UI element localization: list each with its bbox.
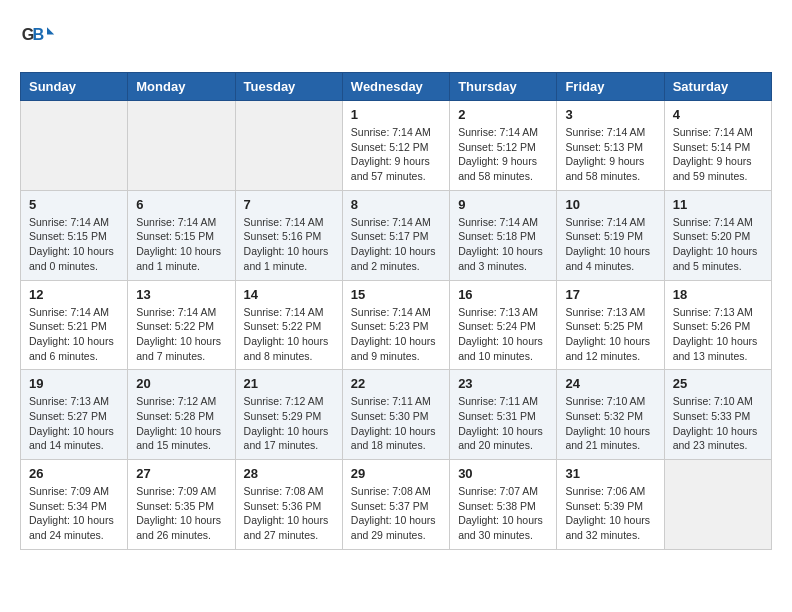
calendar-cell: 16Sunrise: 7:13 AMSunset: 5:24 PMDayligh…	[450, 280, 557, 370]
day-info: Sunrise: 7:10 AMSunset: 5:32 PMDaylight:…	[565, 394, 655, 453]
calendar-body: 1Sunrise: 7:14 AMSunset: 5:12 PMDaylight…	[21, 101, 772, 550]
day-number: 28	[244, 466, 334, 481]
calendar-cell: 7Sunrise: 7:14 AMSunset: 5:16 PMDaylight…	[235, 190, 342, 280]
weekday-header-cell: Friday	[557, 73, 664, 101]
day-number: 3	[565, 107, 655, 122]
calendar-week-row: 12Sunrise: 7:14 AMSunset: 5:21 PMDayligh…	[21, 280, 772, 370]
calendar-week-row: 26Sunrise: 7:09 AMSunset: 5:34 PMDayligh…	[21, 460, 772, 550]
weekday-header-row: SundayMondayTuesdayWednesdayThursdayFrid…	[21, 73, 772, 101]
day-info: Sunrise: 7:14 AMSunset: 5:20 PMDaylight:…	[673, 215, 763, 274]
day-info: Sunrise: 7:14 AMSunset: 5:22 PMDaylight:…	[136, 305, 226, 364]
weekday-header-cell: Sunday	[21, 73, 128, 101]
day-info: Sunrise: 7:14 AMSunset: 5:21 PMDaylight:…	[29, 305, 119, 364]
calendar-week-row: 5Sunrise: 7:14 AMSunset: 5:15 PMDaylight…	[21, 190, 772, 280]
day-number: 14	[244, 287, 334, 302]
day-info: Sunrise: 7:11 AMSunset: 5:30 PMDaylight:…	[351, 394, 441, 453]
day-number: 24	[565, 376, 655, 391]
calendar-cell: 27Sunrise: 7:09 AMSunset: 5:35 PMDayligh…	[128, 460, 235, 550]
calendar-cell: 29Sunrise: 7:08 AMSunset: 5:37 PMDayligh…	[342, 460, 449, 550]
day-info: Sunrise: 7:14 AMSunset: 5:19 PMDaylight:…	[565, 215, 655, 274]
calendar-cell: 22Sunrise: 7:11 AMSunset: 5:30 PMDayligh…	[342, 370, 449, 460]
day-info: Sunrise: 7:06 AMSunset: 5:39 PMDaylight:…	[565, 484, 655, 543]
calendar-cell	[664, 460, 771, 550]
calendar-cell: 26Sunrise: 7:09 AMSunset: 5:34 PMDayligh…	[21, 460, 128, 550]
day-number: 2	[458, 107, 548, 122]
day-number: 12	[29, 287, 119, 302]
day-info: Sunrise: 7:10 AMSunset: 5:33 PMDaylight:…	[673, 394, 763, 453]
calendar: SundayMondayTuesdayWednesdayThursdayFrid…	[20, 72, 772, 550]
day-info: Sunrise: 7:08 AMSunset: 5:37 PMDaylight:…	[351, 484, 441, 543]
day-info: Sunrise: 7:12 AMSunset: 5:28 PMDaylight:…	[136, 394, 226, 453]
calendar-cell: 11Sunrise: 7:14 AMSunset: 5:20 PMDayligh…	[664, 190, 771, 280]
calendar-cell: 20Sunrise: 7:12 AMSunset: 5:28 PMDayligh…	[128, 370, 235, 460]
calendar-cell: 8Sunrise: 7:14 AMSunset: 5:17 PMDaylight…	[342, 190, 449, 280]
day-info: Sunrise: 7:11 AMSunset: 5:31 PMDaylight:…	[458, 394, 548, 453]
calendar-cell: 1Sunrise: 7:14 AMSunset: 5:12 PMDaylight…	[342, 101, 449, 191]
day-info: Sunrise: 7:12 AMSunset: 5:29 PMDaylight:…	[244, 394, 334, 453]
calendar-cell	[21, 101, 128, 191]
day-info: Sunrise: 7:14 AMSunset: 5:17 PMDaylight:…	[351, 215, 441, 274]
day-info: Sunrise: 7:09 AMSunset: 5:34 PMDaylight:…	[29, 484, 119, 543]
day-info: Sunrise: 7:14 AMSunset: 5:15 PMDaylight:…	[29, 215, 119, 274]
weekday-header-cell: Monday	[128, 73, 235, 101]
calendar-cell: 23Sunrise: 7:11 AMSunset: 5:31 PMDayligh…	[450, 370, 557, 460]
day-info: Sunrise: 7:13 AMSunset: 5:24 PMDaylight:…	[458, 305, 548, 364]
day-number: 16	[458, 287, 548, 302]
day-number: 27	[136, 466, 226, 481]
day-number: 11	[673, 197, 763, 212]
day-info: Sunrise: 7:14 AMSunset: 5:14 PMDaylight:…	[673, 125, 763, 184]
calendar-week-row: 19Sunrise: 7:13 AMSunset: 5:27 PMDayligh…	[21, 370, 772, 460]
calendar-cell: 10Sunrise: 7:14 AMSunset: 5:19 PMDayligh…	[557, 190, 664, 280]
day-number: 18	[673, 287, 763, 302]
day-number: 22	[351, 376, 441, 391]
day-number: 19	[29, 376, 119, 391]
day-number: 31	[565, 466, 655, 481]
day-info: Sunrise: 7:14 AMSunset: 5:15 PMDaylight:…	[136, 215, 226, 274]
calendar-cell: 9Sunrise: 7:14 AMSunset: 5:18 PMDaylight…	[450, 190, 557, 280]
day-number: 9	[458, 197, 548, 212]
calendar-cell: 17Sunrise: 7:13 AMSunset: 5:25 PMDayligh…	[557, 280, 664, 370]
day-number: 25	[673, 376, 763, 391]
day-info: Sunrise: 7:14 AMSunset: 5:12 PMDaylight:…	[351, 125, 441, 184]
calendar-cell: 2Sunrise: 7:14 AMSunset: 5:12 PMDaylight…	[450, 101, 557, 191]
day-number: 23	[458, 376, 548, 391]
day-number: 13	[136, 287, 226, 302]
day-info: Sunrise: 7:14 AMSunset: 5:16 PMDaylight:…	[244, 215, 334, 274]
day-number: 6	[136, 197, 226, 212]
weekday-header-cell: Saturday	[664, 73, 771, 101]
calendar-cell: 15Sunrise: 7:14 AMSunset: 5:23 PMDayligh…	[342, 280, 449, 370]
calendar-cell: 12Sunrise: 7:14 AMSunset: 5:21 PMDayligh…	[21, 280, 128, 370]
day-number: 17	[565, 287, 655, 302]
day-number: 26	[29, 466, 119, 481]
day-info: Sunrise: 7:08 AMSunset: 5:36 PMDaylight:…	[244, 484, 334, 543]
calendar-cell	[128, 101, 235, 191]
weekday-header-cell: Wednesday	[342, 73, 449, 101]
calendar-cell: 13Sunrise: 7:14 AMSunset: 5:22 PMDayligh…	[128, 280, 235, 370]
day-number: 29	[351, 466, 441, 481]
day-number: 4	[673, 107, 763, 122]
calendar-cell: 5Sunrise: 7:14 AMSunset: 5:15 PMDaylight…	[21, 190, 128, 280]
day-number: 7	[244, 197, 334, 212]
day-info: Sunrise: 7:13 AMSunset: 5:26 PMDaylight:…	[673, 305, 763, 364]
calendar-cell: 3Sunrise: 7:14 AMSunset: 5:13 PMDaylight…	[557, 101, 664, 191]
day-info: Sunrise: 7:07 AMSunset: 5:38 PMDaylight:…	[458, 484, 548, 543]
day-number: 30	[458, 466, 548, 481]
weekday-header-cell: Thursday	[450, 73, 557, 101]
calendar-cell: 30Sunrise: 7:07 AMSunset: 5:38 PMDayligh…	[450, 460, 557, 550]
calendar-cell: 24Sunrise: 7:10 AMSunset: 5:32 PMDayligh…	[557, 370, 664, 460]
calendar-week-row: 1Sunrise: 7:14 AMSunset: 5:12 PMDaylight…	[21, 101, 772, 191]
calendar-cell: 21Sunrise: 7:12 AMSunset: 5:29 PMDayligh…	[235, 370, 342, 460]
day-number: 21	[244, 376, 334, 391]
day-number: 20	[136, 376, 226, 391]
day-info: Sunrise: 7:14 AMSunset: 5:13 PMDaylight:…	[565, 125, 655, 184]
svg-text:B: B	[33, 25, 45, 43]
calendar-cell: 4Sunrise: 7:14 AMSunset: 5:14 PMDaylight…	[664, 101, 771, 191]
weekday-header-cell: Tuesday	[235, 73, 342, 101]
calendar-cell: 18Sunrise: 7:13 AMSunset: 5:26 PMDayligh…	[664, 280, 771, 370]
day-info: Sunrise: 7:14 AMSunset: 5:18 PMDaylight:…	[458, 215, 548, 274]
day-info: Sunrise: 7:13 AMSunset: 5:27 PMDaylight:…	[29, 394, 119, 453]
calendar-cell	[235, 101, 342, 191]
day-info: Sunrise: 7:13 AMSunset: 5:25 PMDaylight:…	[565, 305, 655, 364]
day-info: Sunrise: 7:14 AMSunset: 5:12 PMDaylight:…	[458, 125, 548, 184]
day-info: Sunrise: 7:14 AMSunset: 5:22 PMDaylight:…	[244, 305, 334, 364]
